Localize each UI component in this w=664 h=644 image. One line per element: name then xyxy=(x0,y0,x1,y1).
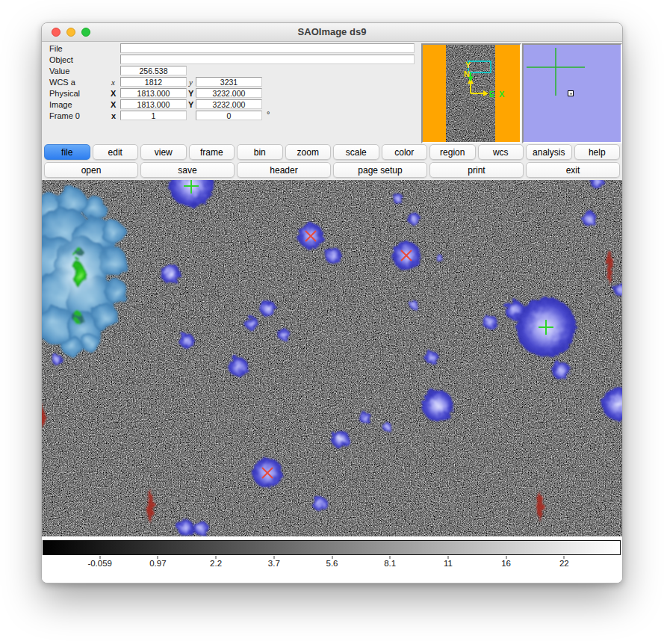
star-blob xyxy=(325,247,341,264)
value-field[interactable] xyxy=(120,66,187,75)
star-blob xyxy=(193,521,208,536)
star-blob xyxy=(312,496,327,511)
star-blob xyxy=(393,193,403,204)
star-blob xyxy=(409,300,418,309)
frame-x-field[interactable] xyxy=(120,111,187,120)
magnifier-panel[interactable] xyxy=(522,43,622,143)
colorbar-tick-label: 8.1 xyxy=(384,559,396,568)
wcs-y-field[interactable] xyxy=(196,77,262,87)
exit-button[interactable]: exit xyxy=(526,162,620,178)
physical-x-label: X xyxy=(111,89,116,98)
menu-edit[interactable]: edit xyxy=(93,144,139,160)
star-blob xyxy=(179,333,194,348)
action-bar: open save header page setup print exit xyxy=(44,162,620,178)
save-button[interactable]: save xyxy=(140,162,235,178)
compass-x-label: X xyxy=(499,90,505,99)
star-blob xyxy=(382,422,391,431)
menu-frame[interactable]: frame xyxy=(189,144,235,160)
title-bar[interactable]: SAOImage ds9 xyxy=(42,23,622,42)
colorbar-tick-label: 11 xyxy=(444,559,453,568)
degree-symbol: ° xyxy=(267,110,270,119)
star-blob xyxy=(229,357,248,377)
star-blob xyxy=(552,362,570,380)
page-setup-button[interactable]: page setup xyxy=(333,162,427,178)
image-x-field[interactable] xyxy=(120,99,187,109)
frame-label: Frame 0 xyxy=(49,111,80,120)
close-button[interactable] xyxy=(52,28,60,37)
zoom-button[interactable] xyxy=(81,28,90,37)
compass-y-label: Y xyxy=(465,61,471,69)
panner-canvas[interactable]: Y N E X xyxy=(423,45,520,142)
image-label: Image xyxy=(49,100,72,109)
star-blob xyxy=(52,354,62,365)
menu-help[interactable]: help xyxy=(574,144,621,160)
wcs-x-field[interactable] xyxy=(120,77,187,87)
galaxy-core xyxy=(73,262,85,288)
physical-y-label: Y xyxy=(188,89,193,98)
header-button[interactable]: header xyxy=(237,162,331,178)
menu-bin[interactable]: bin xyxy=(237,144,283,160)
colorbar-tick-label: 5.6 xyxy=(326,559,338,568)
menu-view[interactable]: view xyxy=(140,144,187,160)
star-blob xyxy=(582,211,597,226)
star-blob xyxy=(425,351,438,365)
menu-analysis[interactable]: analysis xyxy=(526,144,572,160)
image-canvas[interactable] xyxy=(42,180,623,536)
colorbar-tick-label: 2.2 xyxy=(210,559,222,568)
frame-angle-field[interactable] xyxy=(196,111,262,120)
wcs-y-label: y xyxy=(189,78,193,87)
star-blob xyxy=(278,329,290,341)
physical-x-field[interactable] xyxy=(120,88,187,98)
menu-region[interactable]: region xyxy=(429,144,476,160)
menu-zoom[interactable]: zoom xyxy=(285,144,332,160)
menu-wcs[interactable]: wcs xyxy=(478,144,524,160)
magnifier-canvas[interactable] xyxy=(524,45,621,142)
compass-n-label: N xyxy=(464,69,470,78)
wcs-label: WCS a xyxy=(49,78,75,87)
object-field[interactable] xyxy=(120,55,415,64)
window-title: SAOImage ds9 xyxy=(42,23,622,41)
physical-y-field[interactable] xyxy=(196,88,262,98)
image-y-label: Y xyxy=(188,100,193,109)
colorbar-tick-label: 0.97 xyxy=(149,559,166,568)
star-blob xyxy=(436,255,444,262)
file-label: File xyxy=(49,44,63,53)
colorbar-tick-label: 16 xyxy=(501,559,511,568)
colorbar-section: -0.059 0.97 2.2 3.7 5.6 8.1 11 16 22 xyxy=(42,536,622,583)
menu-bar: file edit view frame bin zoom scale colo… xyxy=(44,144,620,160)
menu-color[interactable]: color xyxy=(382,144,428,160)
star-blob xyxy=(177,519,193,536)
physical-label: Physical xyxy=(49,89,80,98)
compass-e-label: E xyxy=(489,90,494,99)
sky-speckles xyxy=(42,180,623,536)
menu-scale[interactable]: scale xyxy=(333,144,379,160)
image-y-field[interactable] xyxy=(196,99,262,109)
ds9-window: SAOImage ds9 File Object Value WCS a x y… xyxy=(41,22,623,583)
colorbar-tick-label: 22 xyxy=(559,559,569,568)
star-blob xyxy=(408,213,420,225)
object-label: Object xyxy=(49,55,73,64)
image-x-label: X xyxy=(111,100,116,109)
open-button[interactable]: open xyxy=(44,162,138,178)
print-button[interactable]: print xyxy=(429,162,524,178)
file-field[interactable] xyxy=(120,43,415,53)
panner-panel[interactable]: Y N E X xyxy=(421,43,521,143)
colorbar-tick-label: 3.7 xyxy=(268,559,280,568)
menu-file[interactable]: file xyxy=(44,144,90,160)
colorbar-tick-label: -0.059 xyxy=(87,559,112,568)
minimize-button[interactable] xyxy=(66,28,75,37)
star-blob xyxy=(245,317,258,330)
frame-x-label: x xyxy=(111,111,116,120)
star-blob xyxy=(483,315,497,329)
value-label: Value xyxy=(49,66,69,75)
colorbar[interactable] xyxy=(43,540,621,555)
star-blob xyxy=(359,412,371,424)
wcs-x-label: x xyxy=(111,78,115,87)
star-blob xyxy=(505,300,524,320)
